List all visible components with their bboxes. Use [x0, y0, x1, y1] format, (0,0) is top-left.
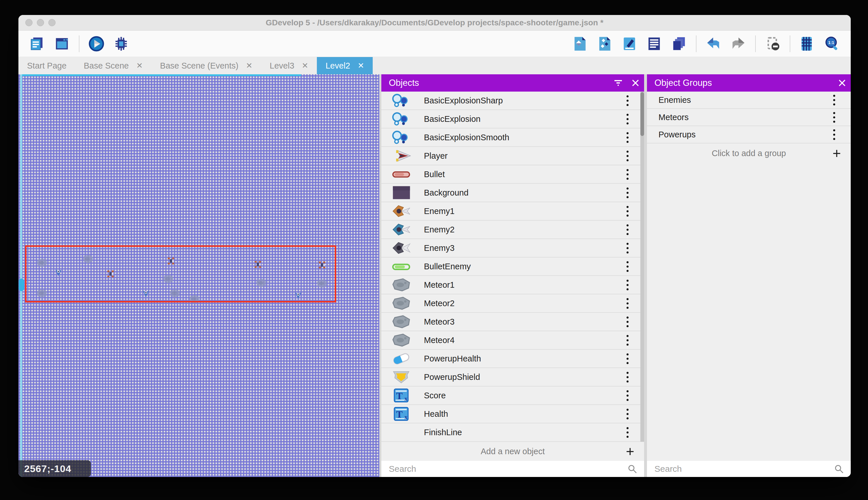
kebab-menu-icon[interactable]: [624, 388, 631, 403]
add-object-button[interactable]: Add a new object +: [381, 442, 644, 461]
close-groups-panel-icon[interactable]: [833, 74, 851, 92]
object-row-score[interactable]: TxScore: [381, 387, 644, 405]
toolbar-divider: [79, 35, 80, 52]
scene-canvas[interactable]: 2567;-104: [19, 74, 379, 477]
kebab-menu-icon[interactable]: [624, 425, 631, 440]
object-row-meteor3[interactable]: Meteor3: [381, 313, 644, 331]
vertical-scroll-thumb[interactable]: [19, 279, 24, 291]
object-row-poweruphealth[interactable]: PowerupHealth: [381, 350, 644, 368]
tab-close-icon[interactable]: ✕: [302, 62, 308, 70]
tab-level2[interactable]: Level2✕: [317, 57, 373, 74]
kebab-menu-icon[interactable]: [624, 130, 631, 145]
objects-scrollbar-thumb[interactable]: [640, 92, 644, 136]
kebab-menu-icon[interactable]: [624, 240, 631, 256]
add-object-label: Add a new object: [481, 447, 544, 456]
kebab-menu-icon[interactable]: [624, 333, 631, 348]
meteor-thumbnail-icon: [388, 333, 414, 347]
kebab-menu-icon[interactable]: [624, 406, 631, 422]
objects-search-input[interactable]: [381, 464, 644, 474]
search-icon: [834, 464, 844, 475]
group-row-enemies[interactable]: Enemies: [647, 92, 851, 109]
object-row-meteor4[interactable]: Meteor4: [381, 331, 644, 350]
object-label: Health: [424, 409, 624, 419]
kebab-menu-icon[interactable]: [624, 167, 631, 182]
kebab-menu-icon[interactable]: [831, 92, 837, 108]
layers-icon[interactable]: [670, 35, 688, 53]
kebab-menu-icon[interactable]: [624, 204, 631, 219]
objects-scrollbar[interactable]: [640, 92, 644, 442]
objects-panel-header: Objects: [381, 74, 644, 92]
object-row-finishline[interactable]: FinishLine: [381, 423, 644, 442]
object-label: BasicExplosion: [424, 114, 624, 124]
zoom-one-to-one-icon[interactable]: 1:1: [823, 35, 841, 53]
kebab-menu-icon[interactable]: [624, 277, 631, 293]
kebab-menu-icon[interactable]: [624, 370, 631, 385]
kebab-menu-icon[interactable]: [624, 148, 631, 163]
grid-icon[interactable]: [798, 35, 816, 53]
tab-base-scene[interactable]: Base Scene✕: [75, 57, 151, 74]
close-objects-panel-icon[interactable]: [627, 74, 644, 92]
object-row-basicexplosion[interactable]: BasicExplosion: [381, 110, 644, 128]
scene-objects-icon[interactable]: [571, 35, 589, 53]
explosion-thumbnail-icon: [388, 112, 414, 126]
group-label: Powerups: [658, 130, 831, 139]
scene-preview-window-icon[interactable]: [53, 35, 71, 53]
object-row-basicexplosionsharp[interactable]: BasicExplosionSharp: [381, 92, 644, 110]
svg-text:T: T: [396, 390, 402, 401]
object-row-meteor1[interactable]: Meteor1: [381, 276, 644, 294]
tab-label: Base Scene (Events): [160, 61, 238, 70]
object-row-health[interactable]: TxHealth: [381, 405, 644, 423]
object-row-bulletenemy[interactable]: BulletEnemy: [381, 258, 644, 276]
project-manager-icon[interactable]: [28, 35, 46, 53]
svg-text:1:1: 1:1: [828, 40, 834, 45]
meteor-thumbnail-icon: [388, 315, 414, 329]
tab-start-page[interactable]: Start Page: [19, 57, 75, 74]
kebab-menu-icon[interactable]: [831, 127, 837, 142]
undo-icon[interactable]: [705, 35, 723, 53]
groups-list: EnemiesMeteorsPowerups: [647, 92, 851, 144]
kebab-menu-icon[interactable]: [831, 110, 837, 125]
redo-icon[interactable]: [729, 35, 747, 53]
kebab-menu-icon[interactable]: [624, 314, 631, 329]
group-row-powerups[interactable]: Powerups: [647, 126, 851, 144]
groups-search-input[interactable]: [647, 464, 851, 474]
kebab-menu-icon[interactable]: [624, 259, 631, 274]
tab-level3[interactable]: Level3✕: [261, 57, 317, 74]
group-row-meteors[interactable]: Meteors: [647, 109, 851, 126]
objects-panel: Objects BasicExplosionSharpBasicExplosio…: [381, 74, 644, 477]
properties-icon[interactable]: [621, 35, 638, 53]
tab-close-icon[interactable]: ✕: [136, 62, 143, 70]
text-object-thumbnail-icon: Tx: [388, 388, 414, 402]
tab-close-icon[interactable]: ✕: [358, 62, 364, 70]
kebab-menu-icon[interactable]: [624, 222, 631, 237]
kebab-menu-icon[interactable]: [624, 93, 631, 108]
enemy-dark-thumbnail-icon: [388, 241, 414, 255]
object-row-meteor2[interactable]: Meteor2: [381, 294, 644, 313]
kebab-menu-icon[interactable]: [624, 185, 631, 201]
instances-mask-icon[interactable]: [764, 35, 782, 53]
object-row-background[interactable]: Background: [381, 184, 644, 202]
svg-text:T: T: [396, 409, 402, 420]
object-row-enemy1[interactable]: Enemy1: [381, 202, 644, 220]
play-icon[interactable]: [87, 35, 105, 53]
debug-icon[interactable]: [112, 35, 130, 53]
add-group-button[interactable]: Click to add a group +: [647, 144, 851, 163]
filter-icon[interactable]: [610, 74, 627, 92]
instances-list-icon[interactable]: [645, 35, 663, 53]
enemy-orange-thumbnail-icon: [388, 204, 414, 218]
object-row-bullet[interactable]: Bullet: [381, 165, 644, 184]
object-row-powerupshield[interactable]: PowerupShield: [381, 368, 644, 387]
object-row-enemy3[interactable]: Enemy3: [381, 239, 644, 258]
kebab-menu-icon[interactable]: [624, 296, 631, 311]
object-row-player[interactable]: Player: [381, 147, 644, 165]
horizontal-scroll-indicator[interactable]: [21, 74, 301, 76]
kebab-menu-icon[interactable]: [624, 351, 631, 366]
object-row-basicexplosionsmooth[interactable]: BasicExplosionSmooth: [381, 128, 644, 147]
object-row-enemy2[interactable]: Enemy2: [381, 220, 644, 239]
kebab-menu-icon[interactable]: [624, 112, 631, 127]
object-groups-icon[interactable]: [596, 35, 613, 53]
vertical-scroll-track[interactable]: [20, 74, 22, 477]
objects-list: BasicExplosionSharpBasicExplosionBasicEx…: [381, 92, 644, 442]
tab-base-scene-events[interactable]: Base Scene (Events)✕: [151, 57, 261, 74]
tab-close-icon[interactable]: ✕: [246, 62, 253, 70]
